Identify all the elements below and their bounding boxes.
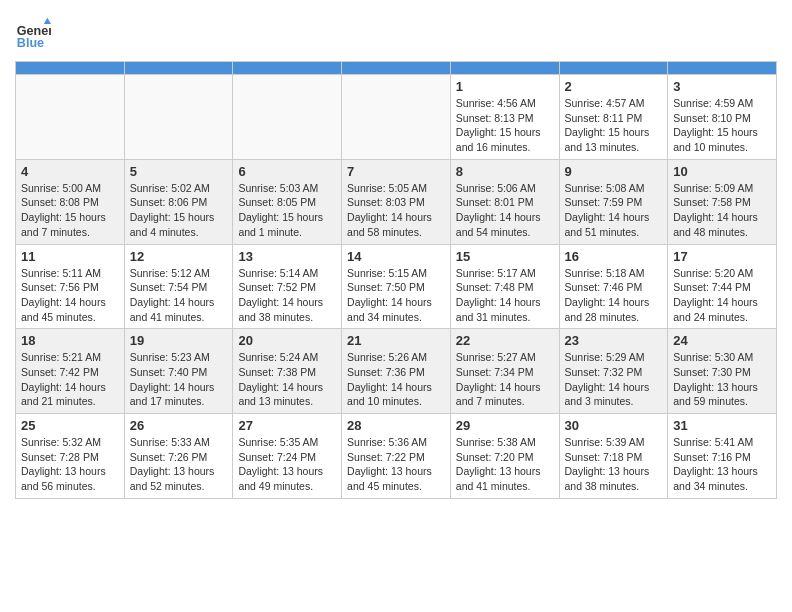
calendar-header bbox=[16, 62, 777, 75]
day-number: 5 bbox=[130, 164, 228, 179]
day-info: Sunrise: 5:18 AM Sunset: 7:46 PM Dayligh… bbox=[565, 266, 663, 325]
day-info: Sunrise: 5:06 AM Sunset: 8:01 PM Dayligh… bbox=[456, 181, 554, 240]
header-friday bbox=[559, 62, 668, 75]
day-info: Sunrise: 5:12 AM Sunset: 7:54 PM Dayligh… bbox=[130, 266, 228, 325]
day-info: Sunrise: 5:23 AM Sunset: 7:40 PM Dayligh… bbox=[130, 350, 228, 409]
header-tuesday bbox=[233, 62, 342, 75]
day-info: Sunrise: 5:24 AM Sunset: 7:38 PM Dayligh… bbox=[238, 350, 336, 409]
calendar-cell-w2-d2: 6Sunrise: 5:03 AM Sunset: 8:05 PM Daylig… bbox=[233, 159, 342, 244]
day-info: Sunrise: 5:38 AM Sunset: 7:20 PM Dayligh… bbox=[456, 435, 554, 494]
calendar-cell-w3-d1: 12Sunrise: 5:12 AM Sunset: 7:54 PM Dayli… bbox=[124, 244, 233, 329]
calendar-cell-w1-d2 bbox=[233, 75, 342, 160]
svg-marker-2 bbox=[44, 18, 51, 24]
weekday-header-row bbox=[16, 62, 777, 75]
day-info: Sunrise: 5:08 AM Sunset: 7:59 PM Dayligh… bbox=[565, 181, 663, 240]
week-row-2: 4Sunrise: 5:00 AM Sunset: 8:08 PM Daylig… bbox=[16, 159, 777, 244]
day-number: 1 bbox=[456, 79, 554, 94]
day-number: 13 bbox=[238, 249, 336, 264]
day-info: Sunrise: 5:17 AM Sunset: 7:48 PM Dayligh… bbox=[456, 266, 554, 325]
day-info: Sunrise: 5:09 AM Sunset: 7:58 PM Dayligh… bbox=[673, 181, 771, 240]
calendar-cell-w3-d2: 13Sunrise: 5:14 AM Sunset: 7:52 PM Dayli… bbox=[233, 244, 342, 329]
day-number: 18 bbox=[21, 333, 119, 348]
calendar-cell-w3-d3: 14Sunrise: 5:15 AM Sunset: 7:50 PM Dayli… bbox=[342, 244, 451, 329]
calendar-cell-w3-d6: 17Sunrise: 5:20 AM Sunset: 7:44 PM Dayli… bbox=[668, 244, 777, 329]
week-row-4: 18Sunrise: 5:21 AM Sunset: 7:42 PM Dayli… bbox=[16, 329, 777, 414]
day-number: 28 bbox=[347, 418, 445, 433]
calendar-cell-w2-d4: 8Sunrise: 5:06 AM Sunset: 8:01 PM Daylig… bbox=[450, 159, 559, 244]
calendar-cell-w1-d1 bbox=[124, 75, 233, 160]
day-info: Sunrise: 5:15 AM Sunset: 7:50 PM Dayligh… bbox=[347, 266, 445, 325]
header-wednesday bbox=[342, 62, 451, 75]
day-info: Sunrise: 5:29 AM Sunset: 7:32 PM Dayligh… bbox=[565, 350, 663, 409]
calendar-cell-w2-d6: 10Sunrise: 5:09 AM Sunset: 7:58 PM Dayli… bbox=[668, 159, 777, 244]
week-row-3: 11Sunrise: 5:11 AM Sunset: 7:56 PM Dayli… bbox=[16, 244, 777, 329]
day-info: Sunrise: 5:30 AM Sunset: 7:30 PM Dayligh… bbox=[673, 350, 771, 409]
day-number: 2 bbox=[565, 79, 663, 94]
day-info: Sunrise: 5:36 AM Sunset: 7:22 PM Dayligh… bbox=[347, 435, 445, 494]
day-number: 23 bbox=[565, 333, 663, 348]
day-number: 21 bbox=[347, 333, 445, 348]
calendar-cell-w5-d3: 28Sunrise: 5:36 AM Sunset: 7:22 PM Dayli… bbox=[342, 414, 451, 499]
calendar-cell-w1-d5: 2Sunrise: 4:57 AM Sunset: 8:11 PM Daylig… bbox=[559, 75, 668, 160]
day-info: Sunrise: 5:03 AM Sunset: 8:05 PM Dayligh… bbox=[238, 181, 336, 240]
day-info: Sunrise: 4:57 AM Sunset: 8:11 PM Dayligh… bbox=[565, 96, 663, 155]
day-info: Sunrise: 5:11 AM Sunset: 7:56 PM Dayligh… bbox=[21, 266, 119, 325]
day-number: 8 bbox=[456, 164, 554, 179]
week-row-5: 25Sunrise: 5:32 AM Sunset: 7:28 PM Dayli… bbox=[16, 414, 777, 499]
calendar-cell-w3-d4: 15Sunrise: 5:17 AM Sunset: 7:48 PM Dayli… bbox=[450, 244, 559, 329]
header-sunday bbox=[16, 62, 125, 75]
day-number: 16 bbox=[565, 249, 663, 264]
day-number: 3 bbox=[673, 79, 771, 94]
calendar-cell-w2-d3: 7Sunrise: 5:05 AM Sunset: 8:03 PM Daylig… bbox=[342, 159, 451, 244]
calendar-cell-w5-d6: 31Sunrise: 5:41 AM Sunset: 7:16 PM Dayli… bbox=[668, 414, 777, 499]
day-info: Sunrise: 5:26 AM Sunset: 7:36 PM Dayligh… bbox=[347, 350, 445, 409]
day-number: 15 bbox=[456, 249, 554, 264]
day-number: 30 bbox=[565, 418, 663, 433]
calendar-cell-w1-d4: 1Sunrise: 4:56 AM Sunset: 8:13 PM Daylig… bbox=[450, 75, 559, 160]
calendar-cell-w4-d6: 24Sunrise: 5:30 AM Sunset: 7:30 PM Dayli… bbox=[668, 329, 777, 414]
day-info: Sunrise: 5:05 AM Sunset: 8:03 PM Dayligh… bbox=[347, 181, 445, 240]
day-number: 25 bbox=[21, 418, 119, 433]
calendar-cell-w5-d2: 27Sunrise: 5:35 AM Sunset: 7:24 PM Dayli… bbox=[233, 414, 342, 499]
day-info: Sunrise: 5:39 AM Sunset: 7:18 PM Dayligh… bbox=[565, 435, 663, 494]
calendar-cell-w4-d2: 20Sunrise: 5:24 AM Sunset: 7:38 PM Dayli… bbox=[233, 329, 342, 414]
calendar-cell-w2-d1: 5Sunrise: 5:02 AM Sunset: 8:06 PM Daylig… bbox=[124, 159, 233, 244]
week-row-1: 1Sunrise: 4:56 AM Sunset: 8:13 PM Daylig… bbox=[16, 75, 777, 160]
day-number: 14 bbox=[347, 249, 445, 264]
day-info: Sunrise: 5:35 AM Sunset: 7:24 PM Dayligh… bbox=[238, 435, 336, 494]
calendar-body: 1Sunrise: 4:56 AM Sunset: 8:13 PM Daylig… bbox=[16, 75, 777, 499]
day-info: Sunrise: 5:20 AM Sunset: 7:44 PM Dayligh… bbox=[673, 266, 771, 325]
day-number: 7 bbox=[347, 164, 445, 179]
day-number: 12 bbox=[130, 249, 228, 264]
day-number: 29 bbox=[456, 418, 554, 433]
header-thursday bbox=[450, 62, 559, 75]
calendar-cell-w1-d3 bbox=[342, 75, 451, 160]
day-number: 24 bbox=[673, 333, 771, 348]
logo-icon: General Blue bbox=[15, 15, 51, 51]
calendar-cell-w4-d5: 23Sunrise: 5:29 AM Sunset: 7:32 PM Dayli… bbox=[559, 329, 668, 414]
day-info: Sunrise: 4:59 AM Sunset: 8:10 PM Dayligh… bbox=[673, 96, 771, 155]
day-number: 6 bbox=[238, 164, 336, 179]
day-number: 22 bbox=[456, 333, 554, 348]
day-number: 20 bbox=[238, 333, 336, 348]
calendar-cell-w5-d0: 25Sunrise: 5:32 AM Sunset: 7:28 PM Dayli… bbox=[16, 414, 125, 499]
day-number: 19 bbox=[130, 333, 228, 348]
logo: General Blue bbox=[15, 15, 51, 51]
calendar-cell-w3-d5: 16Sunrise: 5:18 AM Sunset: 7:46 PM Dayli… bbox=[559, 244, 668, 329]
day-number: 4 bbox=[21, 164, 119, 179]
calendar-cell-w4-d1: 19Sunrise: 5:23 AM Sunset: 7:40 PM Dayli… bbox=[124, 329, 233, 414]
header-monday bbox=[124, 62, 233, 75]
calendar-cell-w1-d0 bbox=[16, 75, 125, 160]
svg-text:Blue: Blue bbox=[17, 36, 44, 50]
calendar-cell-w1-d6: 3Sunrise: 4:59 AM Sunset: 8:10 PM Daylig… bbox=[668, 75, 777, 160]
calendar-cell-w4-d4: 22Sunrise: 5:27 AM Sunset: 7:34 PM Dayli… bbox=[450, 329, 559, 414]
day-number: 10 bbox=[673, 164, 771, 179]
day-info: Sunrise: 5:33 AM Sunset: 7:26 PM Dayligh… bbox=[130, 435, 228, 494]
calendar-cell-w2-d0: 4Sunrise: 5:00 AM Sunset: 8:08 PM Daylig… bbox=[16, 159, 125, 244]
day-info: Sunrise: 5:32 AM Sunset: 7:28 PM Dayligh… bbox=[21, 435, 119, 494]
day-number: 26 bbox=[130, 418, 228, 433]
header-saturday bbox=[668, 62, 777, 75]
page-header: General Blue bbox=[15, 15, 777, 51]
day-info: Sunrise: 5:27 AM Sunset: 7:34 PM Dayligh… bbox=[456, 350, 554, 409]
day-number: 17 bbox=[673, 249, 771, 264]
